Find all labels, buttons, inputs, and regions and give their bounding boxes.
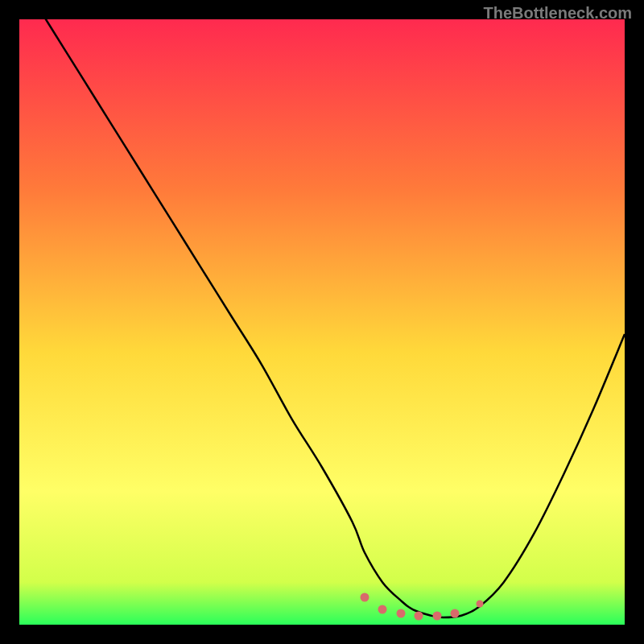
- curve-marker: [396, 609, 405, 618]
- watermark-text: TheBottleneck.com: [484, 4, 632, 23]
- curve-marker: [476, 600, 483, 607]
- curve-marker: [451, 609, 460, 618]
- curve-marker: [415, 611, 423, 620]
- curve-marker: [360, 593, 369, 602]
- curve-marker: [432, 611, 441, 620]
- chart-svg: [19, 19, 625, 625]
- curve-marker: [378, 605, 387, 614]
- plot-area: [19, 19, 625, 625]
